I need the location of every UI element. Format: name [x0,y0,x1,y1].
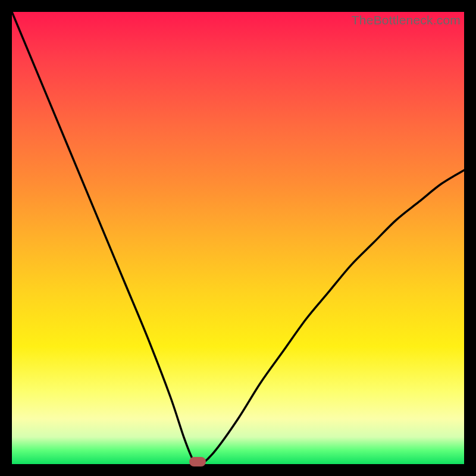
optimal-point-marker [189,457,206,466]
bottleneck-curve [12,12,464,464]
chart-frame: TheBottleneck.com [12,12,464,464]
